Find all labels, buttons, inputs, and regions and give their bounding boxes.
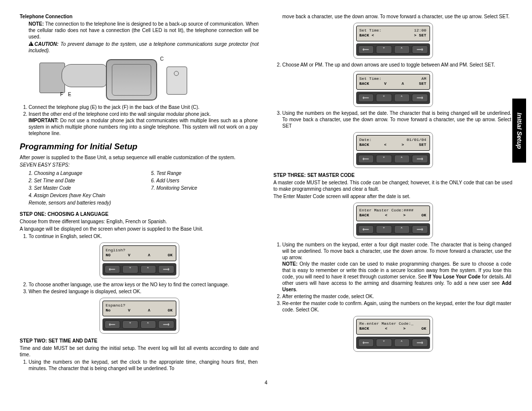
note-label: NOTE: bbox=[29, 21, 44, 27]
device-english: English? NOVΛOK ⟵ ˅ ˄ ⟶ bbox=[100, 242, 179, 278]
right-arrow-icon: ⟶ bbox=[412, 225, 428, 234]
left-arrow-icon: ⟵ bbox=[358, 45, 374, 54]
telephone-caution: CAUTION: To prevent damage to the system… bbox=[29, 41, 259, 54]
device-set-time: Set Time:12:00 BACK <> SET ⟵ ˅ ˄ ⟶ bbox=[353, 23, 433, 59]
left-column: Telephone Connection NOTE: The connectio… bbox=[20, 12, 259, 373]
telephone-connection-heading: Telephone Connection bbox=[20, 13, 259, 20]
step-two-cont: move back a character, use the down arro… bbox=[282, 13, 512, 20]
left-arrow-icon: ⟵ bbox=[358, 94, 374, 102]
down-arrow-icon: ˅ bbox=[122, 320, 138, 329]
step-two-list: Using the numbers on the keypad, set the… bbox=[29, 359, 259, 372]
list-item: Using the numbers on the keypad, set the… bbox=[282, 110, 512, 129]
programming-intro: After power is supplied to the Base Unit… bbox=[20, 154, 259, 161]
device-date: Date:01/01/04 BACK<>SET ⟵ ˅ ˄ ⟶ bbox=[353, 132, 433, 168]
list-item: After entering the master code, select O… bbox=[282, 293, 512, 300]
up-arrow-icon: ˄ bbox=[394, 94, 410, 102]
caution-icon bbox=[29, 41, 33, 46]
step-one-heading: STEP ONE: CHOOSING A LANGUAGE bbox=[20, 211, 259, 217]
right-arrow-icon: ⟶ bbox=[412, 339, 428, 347]
side-tab: Initial Setup bbox=[512, 99, 526, 163]
caution-label: CAUTION: bbox=[34, 41, 59, 47]
right-arrow-icon: ⟶ bbox=[412, 155, 428, 163]
list-item: Using the numbers on the keypad, set the… bbox=[29, 359, 259, 372]
up-arrow-icon: ˄ bbox=[140, 265, 157, 274]
step-one-list-2: To choose another language, use the arro… bbox=[29, 281, 259, 295]
up-arrow-icon: ˄ bbox=[140, 320, 157, 329]
page-number: 4 bbox=[20, 379, 512, 386]
step-two-list-3: Using the numbers on the keypad, set the… bbox=[282, 110, 512, 129]
device-reenter-code: Re-enter Master Code:_ BACK<>OK ⟵ ˅ ˄ ⟶ bbox=[353, 316, 433, 352]
step-one-list: To continue in English, select OK. bbox=[29, 233, 259, 240]
right-arrow-icon: ⟶ bbox=[412, 45, 428, 54]
right-arrow-icon: ⟶ bbox=[412, 94, 428, 102]
step-three-heading: STEP THREE: SET MASTER CODE bbox=[273, 172, 512, 178]
down-arrow-icon: ˅ bbox=[376, 94, 392, 102]
list-item: Using the numbers on the keypad, enter a… bbox=[282, 241, 512, 293]
list-item: To choose another language, use the arro… bbox=[29, 281, 259, 288]
telephone-illustration: C F E bbox=[34, 57, 202, 101]
down-arrow-icon: ˅ bbox=[376, 225, 392, 234]
seven-steps-heading: SEVEN EASY STEPS: bbox=[20, 162, 259, 168]
left-arrow-icon: ⟵ bbox=[358, 339, 374, 347]
list-item: Connect the telephone plug (E) to the ja… bbox=[29, 104, 259, 110]
up-arrow-icon: ˄ bbox=[394, 45, 410, 54]
list-item: To continue in English, select OK. bbox=[29, 233, 259, 240]
list-item: Insert the other end of the telephone co… bbox=[29, 111, 259, 137]
illus-label-f: F bbox=[60, 91, 63, 98]
up-arrow-icon: ˄ bbox=[394, 339, 410, 347]
right-arrow-icon: ⟶ bbox=[158, 265, 174, 274]
list-item: Choose AM or PM. The up and down arrows … bbox=[282, 62, 512, 68]
down-arrow-icon: ˅ bbox=[376, 45, 392, 54]
list-item: Re-enter the master code to confirm. Aga… bbox=[282, 300, 512, 313]
seven-steps-list: 1. Choosing a Language 2. Set Time and D… bbox=[29, 169, 259, 207]
programming-heading: Programming for Initial Setup bbox=[20, 141, 259, 152]
down-arrow-icon: ˅ bbox=[376, 339, 392, 347]
illus-label-e: E bbox=[68, 91, 71, 98]
illus-label-c: C bbox=[160, 56, 164, 62]
down-arrow-icon: ˅ bbox=[376, 155, 392, 163]
step-three-list: Using the numbers on the keypad, enter a… bbox=[282, 241, 512, 313]
telephone-steps: Connect the telephone plug (E) to the ja… bbox=[29, 104, 259, 137]
up-arrow-icon: ˄ bbox=[394, 155, 410, 163]
list-item: When the desired language is displayed, … bbox=[29, 288, 259, 295]
step-two-heading: STEP TWO: SET TIME AND DATE bbox=[20, 338, 259, 344]
device-espanol: Espanol? NoVΛOK ⟵ ˅ ˄ ⟶ bbox=[100, 298, 179, 334]
left-arrow-icon: ⟵ bbox=[358, 225, 374, 234]
device-master-code: Enter Master Code:#### BACK<>OK ⟵ ˅ ˄ ⟶ bbox=[353, 203, 433, 239]
left-arrow-icon: ⟵ bbox=[104, 320, 121, 329]
telephone-note: NOTE: The connection to the telephone li… bbox=[29, 21, 259, 40]
side-tab-label: Initial Setup bbox=[515, 112, 524, 149]
left-arrow-icon: ⟵ bbox=[104, 265, 121, 274]
right-column: move back a character, use the down arro… bbox=[273, 12, 512, 373]
left-arrow-icon: ⟵ bbox=[358, 155, 374, 163]
up-arrow-icon: ˄ bbox=[394, 225, 410, 234]
step-two-list-2: Choose AM or PM. The up and down arrows … bbox=[282, 62, 512, 68]
down-arrow-icon: ˅ bbox=[122, 265, 138, 274]
device-set-am: Set Time:AM BACKVΛSET ⟵ ˅ ˄ ⟶ bbox=[353, 71, 433, 107]
right-arrow-icon: ⟶ bbox=[158, 320, 174, 329]
